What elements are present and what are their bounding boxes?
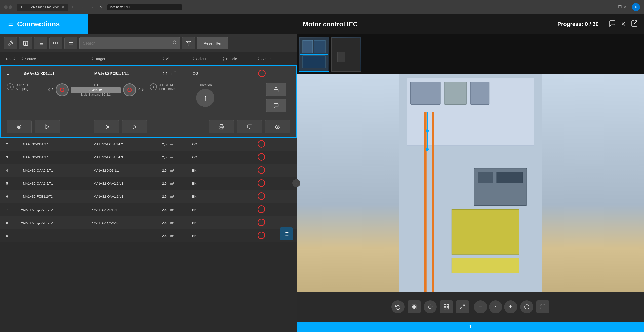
filter-btn[interactable]	[182, 37, 195, 49]
table-row[interactable]: 6 =MA1+S2-FCB1:2/T1 =MA1+S2-QAA1:1/L1 2,…	[0, 190, 297, 203]
table-row[interactable]: 3 =GAA+S2-XD1:3:1 =MA1+S2-FCB1:5/L3 2,5 …	[0, 151, 297, 164]
expanded-row-1[interactable]: 1 =GAA+S2-XD1:1:1 =MA1+S2-FCB1:1/L1 2,5 …	[0, 65, 297, 138]
tab-label: EPLAN Smart Production	[25, 5, 59, 9]
crosshair-btn[interactable]	[520, 300, 533, 313]
row-colour: BK	[192, 221, 222, 225]
row-colour: OG	[192, 155, 222, 159]
assign-target-btn[interactable]	[94, 120, 119, 133]
floating-list-btn[interactable]	[280, 227, 293, 240]
search-input[interactable]	[83, 41, 170, 46]
target-info: ℹ -FCB1:1/L1 End sleeve	[150, 83, 185, 91]
view-btn[interactable]	[265, 120, 290, 133]
panel-controls: − • +	[297, 292, 644, 322]
address-text: localhost:9090	[110, 5, 130, 9]
table-row[interactable]: 5 =MA1+S2-QAA1:2/T1 =MA1+S2-QAA2:1/L1 2,…	[0, 177, 297, 190]
svg-rect-55	[478, 172, 493, 183]
col-header-target[interactable]: ▲▼ Target	[92, 57, 162, 61]
back-btn[interactable]: ←	[79, 4, 87, 10]
table-row[interactable]: 9 2,5 mm² BK	[0, 229, 297, 242]
tool-more-btn[interactable]: •••	[49, 37, 62, 49]
tool-list-btn[interactable]	[34, 37, 47, 49]
col-header-status[interactable]: ▲▼ Status	[258, 57, 291, 61]
tool-doc-btn[interactable]	[19, 37, 32, 49]
rotate-btn[interactable]	[391, 300, 405, 313]
wire-visual: ↩ ⟷ 0.435 m Multi-Standard SC 2.1	[48, 83, 144, 96]
target-info-icon[interactable]: ℹ	[150, 83, 157, 90]
table-row[interactable]: 7 =MA1+S2-QAA2:4/T2 =MA1+S2-XD1:2:1 2,5 …	[0, 203, 297, 216]
lock-btn[interactable]	[266, 83, 286, 96]
layout-btn[interactable]	[408, 300, 421, 313]
table-row[interactable]: 2 =GAA+S2-XD1:2:1 =MA1+S2-FCB1:3/L2 2,5 …	[0, 138, 297, 151]
forward-btn[interactable]: →	[89, 4, 96, 10]
undo-right-btn[interactable]: ↪	[138, 86, 144, 94]
play-btn-1[interactable]	[35, 120, 60, 133]
left-spool[interactable]	[56, 83, 69, 96]
svg-line-13	[175, 43, 176, 44]
row-status	[258, 140, 291, 148]
move-btn[interactable]	[424, 300, 437, 313]
svg-rect-53	[452, 258, 519, 273]
browser-minimize-btn[interactable]: ─	[613, 5, 616, 9]
play-btn-2[interactable]	[122, 120, 147, 133]
row-target: =MA1+S2-QAA2:1/L1	[92, 182, 162, 185]
col-header-diameter[interactable]: ▲▼ Ø	[162, 57, 192, 61]
tab-close[interactable]: ✕	[62, 5, 64, 9]
direction-section: Direction ↑	[196, 83, 214, 107]
row-no: 3	[6, 155, 21, 159]
col-header-colour[interactable]: ▲▼ Colour	[192, 57, 222, 61]
thumbnail-1[interactable]	[299, 37, 329, 72]
row-colour: BK	[192, 195, 222, 198]
row-status	[258, 192, 291, 201]
tool-wrench-btn[interactable]	[4, 37, 17, 49]
browser-settings-btn[interactable]: ⋯	[607, 5, 611, 9]
save-layout-btn[interactable]	[237, 120, 262, 133]
collapse-panel-btn[interactable]: ‹	[292, 179, 300, 187]
new-tab-btn[interactable]: +	[71, 4, 74, 10]
chat-btn[interactable]	[609, 20, 616, 28]
assign-btn[interactable]	[7, 120, 32, 133]
comment-side-btn[interactable]	[266, 99, 286, 112]
undo-left-btn[interactable]: ↩	[48, 86, 54, 94]
table-row[interactable]: 4 =MA1+S2-QAA2:2/T1 =MA1+S2-XD1:1:1 2,5 …	[0, 164, 297, 177]
right-spool-inner	[127, 88, 132, 92]
tool-equals-btn[interactable]	[64, 37, 77, 49]
wire-length-icon: ⟷	[94, 83, 98, 87]
close-app-btn[interactable]: ✕	[621, 21, 626, 28]
center-dot-btn[interactable]: •	[489, 300, 502, 313]
thumbnail-2[interactable]	[331, 37, 361, 72]
col-header-bundle[interactable]: ▲▼ Bundle	[222, 57, 258, 61]
row-status	[258, 166, 291, 175]
col-header-source[interactable]: ▲▼ Source	[21, 57, 92, 61]
svg-rect-23	[247, 125, 252, 128]
col-header-no[interactable]: No. ▲▼	[6, 57, 21, 61]
direction-label: Direction	[199, 83, 212, 87]
export-btn[interactable]	[631, 20, 638, 28]
frame-btn[interactable]	[536, 300, 549, 313]
zoom-in-btn[interactable]: +	[504, 300, 517, 313]
row-diam: 2,5 mm²	[162, 182, 192, 185]
address-bar[interactable]: localhost:9090	[107, 4, 182, 10]
expand-btn[interactable]	[456, 300, 469, 313]
app-header: ☰ Connections Motor control IEC Progress…	[0, 14, 644, 34]
direction-circle[interactable]: ↑	[196, 89, 214, 107]
source-info-icon[interactable]: ℹ	[7, 83, 14, 90]
wire-bar: 0.435 m	[71, 87, 121, 93]
wire-standard: Multi-Standard SC 2.1	[81, 93, 111, 96]
browser-restore-btn[interactable]: ❐	[618, 5, 622, 9]
table-row[interactable]: 8 =MA1+S2-QAA1:4/T2 =MA1+S2-QAA2:3/L2 2,…	[0, 216, 297, 229]
browser-close-btn[interactable]: ✕	[624, 5, 627, 9]
hamburger-menu-btn[interactable]: ☰	[8, 21, 13, 27]
browser-tab[interactable]: E EPLAN Smart Production ✕	[17, 4, 68, 11]
print-btn[interactable]	[209, 120, 234, 133]
fit-screen-btn[interactable]	[440, 300, 453, 313]
reload-btn[interactable]: ↻	[98, 4, 104, 10]
right-spool[interactable]	[123, 83, 136, 96]
reset-filter-btn[interactable]: Reset filter	[197, 37, 228, 49]
edge-icon: e	[632, 3, 640, 11]
app-title: Connections	[17, 20, 60, 28]
zoom-out-btn[interactable]: −	[474, 300, 487, 313]
row-source: =MA1+S2-QAA1:2/T1	[21, 182, 92, 185]
row-status-1	[258, 70, 290, 77]
svg-line-69	[463, 305, 464, 306]
svg-rect-15	[274, 89, 278, 92]
